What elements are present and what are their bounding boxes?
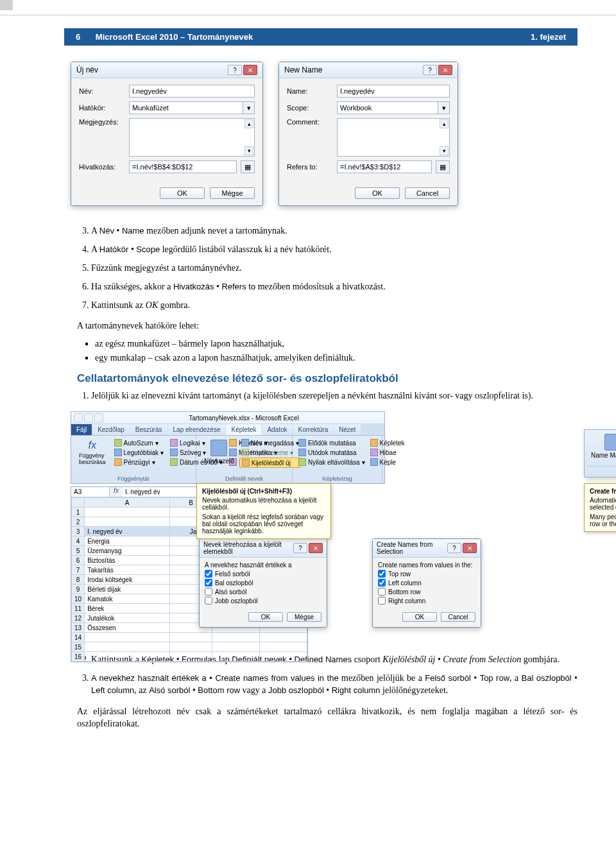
tab-formulas[interactable]: Képletek: [226, 424, 261, 435]
label-comment: Comment:: [287, 118, 333, 126]
label-comment: Megjegyzés:: [79, 118, 125, 126]
name-box[interactable]: A3: [71, 487, 110, 497]
excel-ribbon: TartomanyNevek.xlsx - Microsoft Excel Fá…: [71, 411, 385, 484]
help-icon[interactable]: ?: [293, 543, 307, 553]
fx-icon[interactable]: fx: [110, 487, 123, 497]
page-number: 6: [76, 32, 80, 42]
step-3: A Név • Name mezőben adjunk nevet a tart…: [91, 225, 578, 237]
chk-bottom-row[interactable]: [205, 588, 212, 596]
dialog-title: New Name: [284, 65, 322, 74]
ok-button[interactable]: OK: [402, 612, 437, 622]
step-5: Fűzzünk megjegyzést a tartománynévhez.: [91, 262, 578, 275]
step-4: A Hatókör • Scope legördülő listából vál…: [91, 244, 578, 256]
tab-review[interactable]: Korrektúra: [293, 424, 334, 435]
cancel-button[interactable]: Mégse: [210, 187, 255, 199]
label-refers: Refers to:: [287, 163, 333, 171]
undo-icon: [84, 413, 93, 422]
chk-top-row[interactable]: [205, 570, 212, 578]
create-names-dialog-hu: Nevek létrehozása a kijelölt elemekből ?…: [199, 538, 327, 628]
step-3: A nevekhez használt értékek a • Create n…: [91, 673, 578, 697]
refers-to-input[interactable]: [129, 160, 237, 173]
scope-combo[interactable]: [129, 101, 243, 114]
chk-right-col[interactable]: [205, 597, 212, 605]
bullet-1: az egész munkafüzet – bármely lapon hasz…: [95, 339, 578, 349]
chk-top-row[interactable]: [378, 570, 386, 578]
name-input[interactable]: [129, 85, 255, 98]
create-names-dialog-en: Create Names from Selection ? ✕ Create n…: [372, 538, 481, 628]
help-icon[interactable]: ?: [423, 65, 437, 75]
ok-button[interactable]: OK: [160, 187, 205, 199]
label-name: Név:: [79, 87, 125, 95]
chk-left-col[interactable]: [205, 579, 212, 587]
create-from-selection-button[interactable]: Kijelölésből új: [239, 458, 301, 468]
name-manager-button[interactable]: Névkezelő: [200, 438, 238, 468]
chevron-down-icon[interactable]: ▾: [243, 101, 255, 114]
chk-left-col[interactable]: [378, 579, 386, 587]
scroll-down-icon[interactable]: ▾: [440, 146, 449, 155]
tooltip-create-from-selection-hu: Kijelölésből új (Ctrl+Shift+F3) Nevek au…: [196, 483, 331, 539]
tab-home[interactable]: Kezdőlap: [92, 424, 130, 435]
defined-names-group-en: Name Manager Define Name ▾ Use in Formul…: [584, 429, 616, 477]
dialog-title: Új név: [76, 65, 98, 74]
step-6: Ha szükséges, akkor a Hivatkozás • Refer…: [91, 281, 578, 293]
label-refers: Hivatkozás:: [79, 163, 125, 171]
tab-pagelayout[interactable]: Lap elrendezése: [168, 424, 226, 435]
bullet-2: egy munkalap – csak azon a lapon használ…: [95, 353, 578, 363]
tab-view[interactable]: Nézet: [334, 424, 361, 435]
closing-paragraph: Az eljárással létrehozott név csak a szá…: [77, 706, 578, 730]
insert-function-button[interactable]: fx Függvény beszúrása: [75, 438, 110, 467]
range-picker-icon[interactable]: ▦: [436, 160, 450, 173]
name-input[interactable]: [337, 85, 450, 98]
help-icon[interactable]: ?: [447, 543, 461, 553]
redo-icon: [94, 413, 103, 422]
scroll-up-icon[interactable]: ▴: [244, 119, 253, 128]
label-scope: Hatókör:: [79, 104, 125, 112]
scroll-down-icon[interactable]: ▾: [244, 146, 253, 155]
close-icon[interactable]: ✕: [309, 543, 323, 553]
quick-access-toolbar[interactable]: [74, 413, 103, 422]
scopes-intro: A tartománynevek hatóköre lehet:: [77, 320, 578, 332]
scroll-up-icon[interactable]: ▴: [440, 119, 449, 128]
name-manager-button-en[interactable]: Name Manager: [587, 433, 616, 463]
ok-button[interactable]: OK: [248, 612, 283, 622]
chevron-down-icon[interactable]: ▾: [438, 101, 450, 114]
step-1: Jelöljük ki az elnevezni kívánt tartomán…: [91, 390, 578, 402]
comment-textarea[interactable]: ▴ ▾: [129, 118, 255, 157]
header-title: Microsoft Excel 2010 – Tartománynevek: [96, 32, 253, 42]
refers-to-input[interactable]: [337, 160, 432, 173]
ok-button[interactable]: OK: [355, 187, 400, 199]
doc-title: TartomanyNevek.xlsx - Microsoft Excel: [106, 415, 382, 422]
chk-bottom-row[interactable]: [378, 588, 386, 596]
comment-textarea[interactable]: ▴ ▾: [337, 118, 450, 157]
tooltip-create-from-selection-en: Create from Selection (Ctrl+Shift+F3) Au…: [584, 483, 616, 532]
steps-list-2: Jelöljük ki az elnevezni kívánt tartomán…: [77, 390, 578, 402]
page-header: 6 Microsoft Excel 2010 – Tartománynevek …: [64, 28, 578, 46]
chapter-label: 1. fejezet: [531, 32, 566, 42]
cancel-button[interactable]: Mégse: [287, 612, 321, 622]
tab-insert[interactable]: Beszúrás: [130, 424, 167, 435]
cancel-button[interactable]: Cancel: [405, 187, 450, 199]
step-7: Kattintsunk az OK gombra.: [91, 300, 578, 312]
file-tab[interactable]: Fájl: [71, 424, 92, 435]
scope-combo[interactable]: [337, 101, 438, 114]
cancel-button[interactable]: Cancel: [441, 612, 475, 622]
defined-names-group: Névkezelő Név megadása ▾ Képlet eleme ▾ …: [196, 436, 293, 483]
help-icon[interactable]: ?: [228, 65, 242, 75]
new-name-dialog-hu: Új név ? ✕ Név: Hatókör: ▾: [71, 62, 263, 206]
chk-right-col[interactable]: [378, 597, 386, 605]
steps-list-1: A Név • Name mezőben adjunk nevet a tart…: [77, 225, 578, 311]
tab-data[interactable]: Adatok: [262, 424, 292, 435]
label-scope: Scope:: [287, 104, 333, 112]
close-icon[interactable]: ✕: [438, 65, 452, 75]
label-name: Name:: [287, 87, 333, 95]
close-icon[interactable]: ✕: [243, 65, 257, 75]
new-name-dialog-en: New Name ? ✕ Name: Scope: ▾: [278, 62, 458, 206]
save-icon: [74, 413, 83, 422]
scope-bullets: az egész munkafüzet – bármely lapon hasz…: [77, 339, 578, 363]
range-picker-icon[interactable]: ▦: [241, 160, 255, 173]
section-heading: Cellatartományok elnevezése létező sor- …: [77, 372, 578, 385]
close-icon[interactable]: ✕: [463, 543, 477, 553]
